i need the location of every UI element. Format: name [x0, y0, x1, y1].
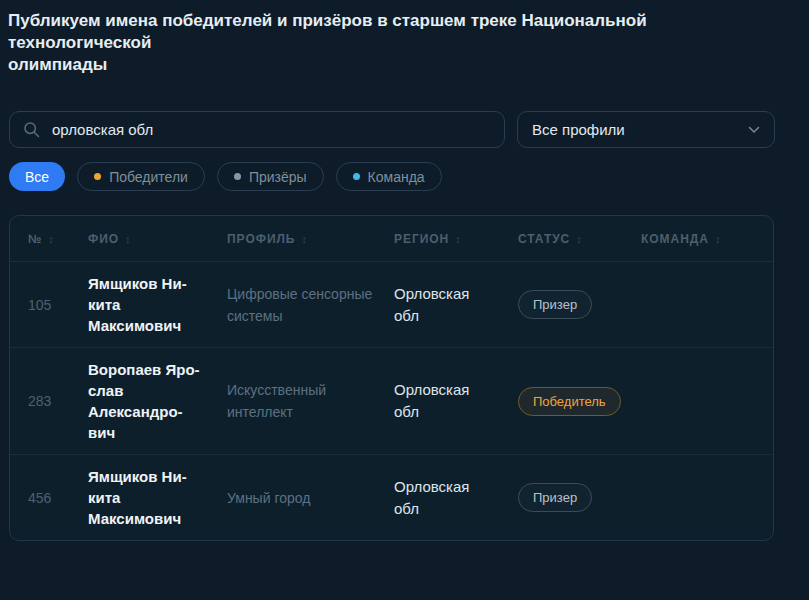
- column-header-status[interactable]: СТАТУС ↕: [518, 232, 641, 246]
- search-icon: [23, 121, 40, 138]
- chip-prizers[interactable]: Призёры: [217, 162, 324, 191]
- sort-icon: ↕: [715, 233, 721, 245]
- status-badge: Победитель: [518, 387, 621, 416]
- search-input[interactable]: [50, 120, 491, 139]
- winners-dot-icon: [94, 173, 101, 180]
- column-header-num[interactable]: № ↕: [28, 232, 88, 246]
- filters-bar: Все профили: [9, 111, 809, 148]
- cell-profile: Цифровые сенсорные системы: [227, 283, 394, 327]
- chip-team-label: Команда: [368, 169, 425, 185]
- column-header-fio[interactable]: ФИО ↕: [88, 232, 227, 246]
- chip-winners-label: Победители: [109, 169, 188, 185]
- cell-profile: Искусственный интеллект: [227, 379, 394, 423]
- status-badge: Призер: [518, 290, 592, 319]
- table-row: 456 Ямщиков Ни- кита Максимович Умный го…: [10, 454, 773, 540]
- column-header-profile[interactable]: ПРОФИЛЬ ↕: [227, 232, 394, 246]
- chip-all[interactable]: Все: [9, 162, 65, 191]
- table-header-row: № ↕ ФИО ↕ ПРОФИЛЬ ↕ РЕГИОН ↕ СТАТУС ↕ КО…: [10, 216, 773, 261]
- chevron-down-icon: [748, 126, 760, 134]
- team-dot-icon: [353, 173, 360, 180]
- cell-num: 456: [28, 490, 88, 506]
- cell-status: Призер: [518, 290, 641, 319]
- results-table: № ↕ ФИО ↕ ПРОФИЛЬ ↕ РЕГИОН ↕ СТАТУС ↕ КО…: [9, 215, 774, 541]
- cell-num: 283: [28, 393, 88, 409]
- chip-prizers-label: Призёры: [249, 169, 307, 185]
- cell-profile: Умный город: [227, 487, 394, 509]
- chip-winners[interactable]: Победители: [77, 162, 205, 191]
- chip-team[interactable]: Команда: [336, 162, 442, 191]
- table-row: 105 Ямщиков Ни- кита Максимович Цифровые…: [10, 261, 773, 347]
- page-title: Публикуем имена победителей и призёров в…: [0, 0, 796, 76]
- cell-region: Орловская обл: [394, 476, 518, 520]
- cell-region: Орловская обл: [394, 379, 518, 423]
- status-badge: Призер: [518, 483, 592, 512]
- cell-status: Призер: [518, 483, 641, 512]
- profile-select-value: Все профили: [532, 121, 625, 138]
- sort-icon: ↕: [125, 233, 131, 245]
- column-header-region[interactable]: РЕГИОН ↕: [394, 232, 518, 246]
- sort-icon: ↕: [301, 233, 307, 245]
- status-filter-chips: Все Победители Призёры Команда: [9, 162, 809, 191]
- sort-icon: ↕: [48, 233, 54, 245]
- prizers-dot-icon: [234, 173, 241, 180]
- cell-fio: Воропаев Яро- слав Александро- вич: [88, 359, 227, 443]
- cell-num: 105: [28, 297, 88, 313]
- cell-fio: Ямщиков Ни- кита Максимович: [88, 466, 227, 529]
- cell-region: Орловская обл: [394, 283, 518, 327]
- column-header-team[interactable]: КОМАНДА ↕: [641, 232, 773, 246]
- sort-icon: ↕: [576, 233, 582, 245]
- sort-icon: ↕: [455, 233, 461, 245]
- cell-fio: Ямщиков Ни- кита Максимович: [88, 273, 227, 336]
- table-row: 283 Воропаев Яро- слав Александро- вич И…: [10, 347, 773, 454]
- profile-select[interactable]: Все профили: [517, 111, 775, 148]
- search-box[interactable]: [9, 111, 505, 148]
- cell-status: Победитель: [518, 387, 641, 416]
